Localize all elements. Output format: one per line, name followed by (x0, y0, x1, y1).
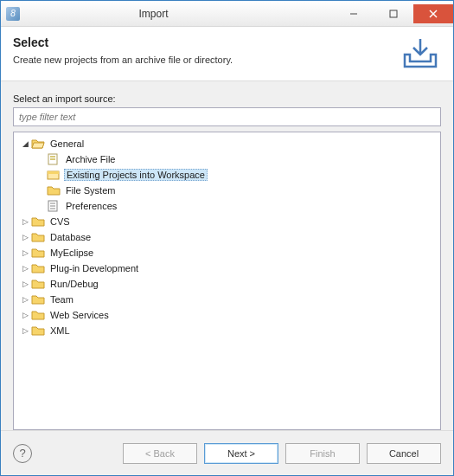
project-icon (47, 169, 61, 181)
tree-node-database[interactable]: ▷ Database (16, 229, 438, 245)
maximize-icon (389, 10, 398, 18)
minimize-icon (349, 10, 358, 18)
tree-label: CVS (48, 216, 72, 227)
back-button[interactable]: < Back (123, 443, 197, 464)
maximize-button[interactable] (374, 4, 413, 23)
folder-icon (31, 231, 45, 243)
wizard-header-text: Select Create new projects from an archi… (13, 35, 389, 65)
folder-icon (31, 215, 45, 228)
tree-label: General (48, 138, 86, 149)
tree-node-plugin-dev[interactable]: ▷ Plug-in Development (16, 261, 438, 276)
tree-label: MyEclipse (48, 248, 95, 258)
tree-label: File System (64, 185, 117, 196)
expand-icon[interactable]: ▷ (19, 264, 31, 273)
folder-icon (31, 262, 45, 274)
cancel-button[interactable]: Cancel (367, 443, 441, 464)
import-icon (396, 35, 441, 70)
tree-label: Team (48, 294, 75, 305)
tree-node-existing-projects[interactable]: Existing Projects into Workspace (16, 167, 438, 183)
close-button[interactable] (413, 4, 453, 23)
svg-rect-6 (50, 158, 55, 160)
svg-rect-5 (50, 156, 55, 158)
folder-icon (31, 293, 45, 306)
next-button[interactable]: Next > (204, 443, 278, 464)
expand-icon[interactable]: ▷ (19, 233, 31, 241)
close-icon (429, 10, 438, 18)
tree-node-archive-file[interactable]: Archive File (16, 151, 438, 167)
tree-node-general[interactable]: ◢ General (16, 136, 438, 151)
expand-icon[interactable]: ▷ (19, 295, 31, 304)
tree-label: Run/Debug (48, 279, 100, 289)
help-button[interactable]: ? (13, 444, 32, 463)
tree-node-myeclipse[interactable]: ▷ MyEclipse (16, 245, 438, 261)
window-title: Import (0, 8, 334, 20)
svg-rect-1 (390, 10, 397, 17)
tree-node-web-services[interactable]: ▷ Web Services (16, 307, 438, 323)
filter-input[interactable] (13, 107, 441, 126)
expand-icon[interactable]: ▷ (19, 280, 31, 288)
finish-button[interactable]: Finish (285, 443, 360, 464)
help-icon: ? (19, 447, 25, 460)
tree-node-cvs[interactable]: ▷ CVS (16, 214, 438, 229)
expand-icon[interactable]: ▷ (19, 217, 31, 226)
import-wizard-window: 8 Import Select Create new projects from… (0, 0, 454, 476)
wizard-header: Select Create new projects from an archi… (1, 27, 453, 81)
expand-icon[interactable]: ▷ (19, 326, 31, 335)
button-bar: ? < Back Next > Finish Cancel (1, 430, 453, 475)
tree-node-run-debug[interactable]: ▷ Run/Debug (16, 276, 438, 292)
wizard-description: Create new projects from an archive file… (13, 55, 389, 65)
folder-icon (31, 278, 45, 290)
tree-label: Plug-in Development (48, 263, 140, 273)
titlebar: 8 Import (1, 1, 453, 27)
tree-label: Existing Projects into Workspace (64, 169, 208, 181)
folder-icon (31, 247, 45, 259)
expand-icon[interactable]: ▷ (19, 248, 31, 257)
wizard-body: Select an import source: ◢ General Archi… (1, 81, 453, 430)
window-controls (334, 4, 453, 23)
folder-icon (47, 184, 61, 196)
tree-label: Database (48, 232, 93, 242)
import-source-tree[interactable]: ◢ General Archive File Existing Projects… (13, 132, 441, 430)
tree-label: Archive File (64, 154, 117, 164)
tree-label: Web Services (48, 310, 111, 320)
svg-rect-8 (48, 171, 59, 174)
tree-node-xml[interactable]: ▷ XML (16, 323, 438, 338)
expand-icon[interactable]: ▷ (19, 311, 31, 319)
folder-icon (31, 309, 45, 321)
collapse-icon[interactable]: ◢ (19, 139, 31, 148)
tree-node-preferences[interactable]: Preferences (16, 198, 438, 214)
minimize-button[interactable] (334, 4, 374, 23)
archive-file-icon (47, 153, 61, 165)
tree-label: XML (48, 325, 72, 336)
folder-icon (31, 325, 45, 337)
open-folder-icon (31, 138, 45, 150)
source-label: Select an import source: (13, 93, 441, 104)
preferences-icon (47, 200, 61, 212)
tree-node-team[interactable]: ▷ Team (16, 292, 438, 307)
tree-label: Preferences (64, 201, 118, 211)
tree-node-file-system[interactable]: File System (16, 183, 438, 198)
wizard-heading: Select (13, 35, 389, 49)
